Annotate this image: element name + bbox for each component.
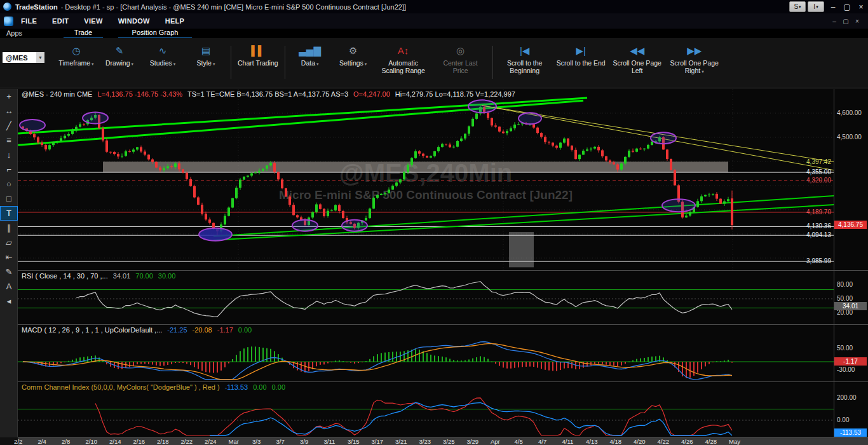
restore-button[interactable]: ▢ [840, 3, 854, 11]
text-tool[interactable]: T [0, 206, 18, 221]
tradestation-menu-logo-icon [4, 17, 13, 26]
price-level-label: 4,130.36 [806, 222, 831, 229]
toolbar-button-label: Scroll One Page Left [612, 59, 663, 74]
time-axis-label: 3/3 [252, 438, 261, 445]
quick-i-button[interactable]: I▾ [808, 1, 824, 12]
clock-icon: ◷ [72, 44, 80, 57]
scroll-page-left-button[interactable]: ◀◀Scroll One Page Left [609, 44, 666, 74]
time-axis-label: 3/7 [276, 438, 285, 445]
toolbar-button-label: Settings ▾ [339, 59, 367, 67]
collapse-toolbar-button[interactable]: ◂ [0, 294, 18, 308]
child-minimize-button[interactable]: – [829, 18, 840, 25]
chevron-down-icon: ▾ [172, 62, 175, 66]
study-label-segment: 0.00 [253, 383, 266, 391]
study-label-segment: -20.08 [193, 326, 212, 334]
workspace-tab-row: Apps Trade Position Graph [0, 29, 868, 38]
scroll-page-right-button[interactable]: ▶▶Scroll One Page Right ▾ [666, 44, 723, 74]
extend-left-tool[interactable]: ⇤ [0, 250, 18, 264]
menu-view[interactable]: VIEW [84, 17, 102, 25]
chevron-down-icon: ▾ [315, 62, 318, 66]
price-axis-border [834, 89, 834, 437]
studies-wave-icon: ∿ [159, 44, 167, 57]
toolbar-button-label: Automatic Scaling Range [378, 59, 429, 74]
timeframe-button[interactable]: ◷Timeframe ▾ [55, 44, 98, 67]
eraser-tool[interactable]: ▱ [0, 235, 18, 250]
price-axis-label: -30.00 [837, 366, 855, 373]
price-axis-label: 50.00 [837, 345, 853, 352]
drawing-button[interactable]: ✎Drawing ▾ [98, 44, 141, 67]
main-price-chart[interactable] [18, 89, 834, 270]
chevron-down-icon: ▾ [816, 4, 818, 10]
scroll-end-button[interactable]: ▶|Scroll to the End [553, 44, 609, 67]
chart-trading-button[interactable]: ▌▌Chart Trading [234, 44, 281, 67]
pencil-tool[interactable]: ✎ [0, 264, 18, 279]
menu-help[interactable]: HELP [165, 17, 185, 25]
toolbar-button-label: Chart Trading [238, 59, 278, 67]
quick-s-button[interactable]: S▾ [789, 1, 806, 12]
panel-separator[interactable] [18, 270, 868, 271]
last-value-badge: 34.01 [834, 302, 867, 310]
menu-bar: FILE EDIT VIEW WINDOW HELP – ▢ × [0, 13, 868, 29]
study-label-segment: RSI ( Close , 14 , 30 , 70 ,... [22, 272, 108, 280]
drawing-toolbar: +↔╱≡↓⌐○□T∥▱⇤✎A◂ [0, 89, 18, 437]
horizontal-lines-tool[interactable]: ≡ [0, 133, 18, 147]
price-axis-label: 80.00 [837, 281, 853, 288]
time-axis-label: 2/4 [38, 438, 46, 445]
symbol-input[interactable]: @MES ▼ [3, 52, 44, 63]
pencil-icon: ✎ [116, 44, 124, 57]
study-label-segment: L=4,136.75 -146.75 -3.43% [97, 90, 182, 98]
macd-study-label: MACD ( 12 , 26 , 9 , 1 , 1 , UpColorDefa… [22, 326, 257, 334]
menu-file[interactable]: FILE [21, 17, 37, 25]
study-label-segment: TS=1 TE=CME B=4,136.75 BS=1 A=4,137.75 A… [187, 90, 348, 98]
move-tool[interactable]: ↔ [0, 104, 18, 118]
toolbar-button-label: Scroll to the End [557, 59, 606, 67]
annotation-tool[interactable]: A [0, 279, 18, 294]
child-restore-button[interactable]: ▢ [840, 18, 851, 25]
parallel-lines-tool[interactable]: ∥ [0, 221, 18, 235]
study-label-segment: Hi=4,279.75 Lo=4,118.75 V=1,224,997 [395, 90, 515, 98]
vertical-arrow-tool[interactable]: ↓ [0, 147, 18, 162]
study-label-segment: -21.25 [167, 326, 187, 334]
price-axis-label: 4,600.00 [837, 109, 862, 116]
price-axis-label: 0.00 [837, 416, 849, 423]
quick-i-label: I [813, 3, 815, 10]
ellipse-tool[interactable]: ○ [0, 177, 18, 191]
data-bars-icon: ▃▅▇ [299, 44, 321, 57]
price-level-label: 4,189.70 [806, 209, 831, 216]
study-label-segment: Comm Channel Index (50,0,0, MyColors( "D… [22, 383, 220, 391]
scroll-page-left-icon: ◀◀ [630, 44, 644, 57]
app-name: TradeStation [15, 3, 58, 11]
menu-edit[interactable]: EDIT [52, 17, 69, 25]
settings-button[interactable]: ⚙Settings ▾ [332, 44, 375, 67]
study-label-segment: MACD ( 12 , 26 , 9 , 1 , 1 , UpColorDefa… [22, 326, 162, 334]
crosshair-tool[interactable]: + [0, 89, 18, 104]
style-button[interactable]: ▤Style ▾ [184, 44, 227, 67]
time-axis-label: 4/11 [562, 438, 574, 445]
minimize-button[interactable]: – [826, 3, 840, 11]
panel-separator[interactable] [18, 324, 868, 325]
time-axis-label: 3/15 [348, 438, 360, 445]
apps-button[interactable]: Apps [6, 29, 22, 37]
rectangle-tool[interactable]: □ [0, 191, 18, 206]
chevron-down-icon: ▾ [212, 62, 215, 66]
data-button[interactable]: ▃▅▇Data ▾ [288, 44, 332, 67]
fibonacci-tool[interactable]: ⌐ [0, 162, 18, 177]
time-axis-label: 2/24 [205, 438, 217, 445]
center-last-price-button[interactable]: ◎Center Last Price [432, 44, 489, 74]
auto-scaling-button[interactable]: A↕Automatic Scaling Range [375, 44, 432, 74]
time-axis-label: 3/11 [324, 438, 336, 445]
close-button[interactable]: × [854, 3, 868, 11]
chevron-down-icon: ▾ [90, 62, 93, 66]
studies-button[interactable]: ∿Studies ▾ [141, 44, 184, 67]
symbol-data-line: @MES - 240 min CMEL=4,136.75 -146.75 -3.… [22, 90, 520, 98]
trendline-tool[interactable]: ╱ [0, 118, 18, 133]
menu-window[interactable]: WINDOW [118, 17, 150, 25]
chevron-down-icon[interactable]: ▼ [36, 52, 44, 63]
scroll-beginning-button[interactable]: |◀Scroll to the Beginning [496, 44, 553, 74]
toolbar-separator [285, 46, 285, 79]
child-close-button[interactable]: × [851, 18, 863, 25]
panel-separator[interactable] [18, 381, 868, 382]
time-axis-label: 4/20 [634, 438, 646, 445]
quick-s-label: S [794, 3, 798, 10]
rsi-study-label: RSI ( Close , 14 , 30 , 70 ,...34.0170.0… [22, 272, 180, 280]
